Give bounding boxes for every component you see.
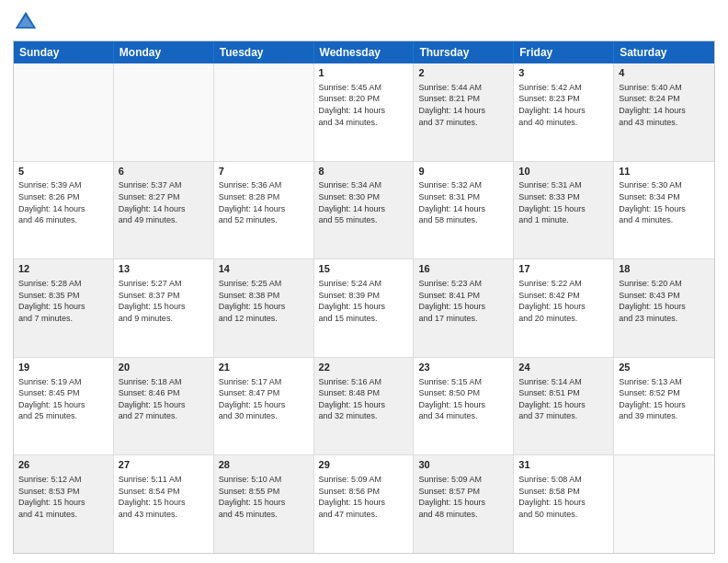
calendar-row-4: 26Sunrise: 5:12 AM Sunset: 8:53 PM Dayli… [14, 455, 714, 553]
cell-info: Sunrise: 5:19 AM Sunset: 8:45 PM Dayligh… [18, 376, 108, 422]
day-number: 15 [319, 262, 409, 276]
cell-info: Sunrise: 5:12 AM Sunset: 8:53 PM Dayligh… [18, 474, 108, 520]
cell-info: Sunrise: 5:23 AM Sunset: 8:41 PM Dayligh… [418, 278, 508, 324]
day-number: 22 [319, 361, 409, 374]
weekday-header-sunday: Sunday [14, 41, 114, 63]
day-number: 20 [119, 361, 209, 374]
calendar-cell: 30Sunrise: 5:09 AM Sunset: 8:57 PM Dayli… [414, 455, 514, 553]
cell-info: Sunrise: 5:22 AM Sunset: 8:42 PM Dayligh… [518, 278, 609, 324]
cell-info: Sunrise: 5:28 AM Sunset: 8:35 PM Dayligh… [18, 278, 108, 324]
day-number: 31 [518, 458, 609, 472]
cell-info: Sunrise: 5:36 AM Sunset: 8:28 PM Dayligh… [219, 179, 309, 225]
day-number: 11 [619, 165, 710, 178]
cell-info: Sunrise: 5:44 AM Sunset: 8:21 PM Dayligh… [418, 82, 508, 128]
calendar-cell: 29Sunrise: 5:09 AM Sunset: 8:56 PM Dayli… [314, 455, 415, 553]
cell-info: Sunrise: 5:32 AM Sunset: 8:31 PM Dayligh… [418, 179, 508, 225]
day-number: 17 [518, 262, 609, 276]
day-number: 30 [418, 458, 508, 472]
weekday-header-tuesday: Tuesday [214, 41, 314, 63]
page: SundayMondayTuesdayWednesdayThursdayFrid… [0, 0, 728, 563]
cell-info: Sunrise: 5:14 AM Sunset: 8:51 PM Dayligh… [518, 376, 609, 422]
cell-info: Sunrise: 5:25 AM Sunset: 8:38 PM Dayligh… [219, 278, 309, 324]
cell-info: Sunrise: 5:27 AM Sunset: 8:37 PM Dayligh… [119, 278, 209, 324]
calendar-cell: 24Sunrise: 5:14 AM Sunset: 8:51 PM Dayli… [514, 358, 614, 455]
calendar-cell: 23Sunrise: 5:15 AM Sunset: 8:50 PM Dayli… [414, 358, 514, 455]
day-number: 3 [518, 66, 609, 80]
day-number: 2 [418, 66, 508, 80]
calendar-row-3: 19Sunrise: 5:19 AM Sunset: 8:45 PM Dayli… [14, 358, 714, 456]
calendar-cell: 2Sunrise: 5:44 AM Sunset: 8:21 PM Daylig… [414, 63, 514, 161]
calendar-cell: 9Sunrise: 5:32 AM Sunset: 8:31 PM Daylig… [414, 162, 514, 259]
cell-info: Sunrise: 5:09 AM Sunset: 8:56 PM Dayligh… [319, 474, 409, 520]
day-number: 25 [619, 361, 710, 374]
logo-icon [13, 9, 39, 35]
day-number: 9 [418, 165, 508, 178]
calendar-cell: 22Sunrise: 5:16 AM Sunset: 8:48 PM Dayli… [314, 358, 415, 455]
day-number: 12 [18, 262, 108, 276]
cell-info: Sunrise: 5:16 AM Sunset: 8:48 PM Dayligh… [319, 376, 409, 422]
weekday-header-friday: Friday [514, 41, 614, 63]
day-number: 23 [418, 361, 508, 374]
day-number: 27 [119, 458, 209, 472]
calendar-cell: 20Sunrise: 5:18 AM Sunset: 8:46 PM Dayli… [114, 358, 214, 455]
calendar-cell: 12Sunrise: 5:28 AM Sunset: 8:35 PM Dayli… [14, 259, 114, 357]
cell-info: Sunrise: 5:40 AM Sunset: 8:24 PM Dayligh… [619, 82, 710, 128]
calendar-cell: 25Sunrise: 5:13 AM Sunset: 8:52 PM Dayli… [614, 358, 714, 455]
cell-info: Sunrise: 5:37 AM Sunset: 8:27 PM Dayligh… [119, 179, 209, 225]
calendar-cell: 8Sunrise: 5:34 AM Sunset: 8:30 PM Daylig… [314, 162, 415, 259]
calendar-cell: 3Sunrise: 5:42 AM Sunset: 8:23 PM Daylig… [514, 63, 614, 161]
cell-info: Sunrise: 5:08 AM Sunset: 8:58 PM Dayligh… [518, 474, 609, 520]
weekday-header-saturday: Saturday [614, 41, 714, 63]
calendar-cell: 5Sunrise: 5:39 AM Sunset: 8:26 PM Daylig… [14, 162, 114, 259]
weekday-header-thursday: Thursday [414, 41, 514, 63]
cell-info: Sunrise: 5:45 AM Sunset: 8:20 PM Dayligh… [319, 82, 409, 128]
calendar-cell [214, 63, 314, 161]
calendar-cell: 19Sunrise: 5:19 AM Sunset: 8:45 PM Dayli… [14, 358, 114, 455]
day-number: 6 [119, 165, 209, 178]
cell-info: Sunrise: 5:13 AM Sunset: 8:52 PM Dayligh… [619, 376, 710, 422]
day-number: 18 [619, 262, 710, 276]
calendar-cell: 10Sunrise: 5:31 AM Sunset: 8:33 PM Dayli… [514, 162, 614, 259]
calendar-cell: 18Sunrise: 5:20 AM Sunset: 8:43 PM Dayli… [614, 259, 714, 357]
cell-info: Sunrise: 5:30 AM Sunset: 8:34 PM Dayligh… [619, 179, 710, 225]
calendar-cell: 4Sunrise: 5:40 AM Sunset: 8:24 PM Daylig… [614, 63, 714, 161]
weekday-header-monday: Monday [114, 41, 214, 63]
calendar: SundayMondayTuesdayWednesdayThursdayFrid… [13, 40, 715, 554]
logo [13, 9, 42, 35]
weekday-header-wednesday: Wednesday [314, 41, 415, 63]
cell-info: Sunrise: 5:42 AM Sunset: 8:23 PM Dayligh… [518, 82, 609, 128]
calendar-cell: 26Sunrise: 5:12 AM Sunset: 8:53 PM Dayli… [14, 455, 114, 553]
calendar-row-1: 5Sunrise: 5:39 AM Sunset: 8:26 PM Daylig… [14, 162, 714, 260]
day-number: 28 [219, 458, 309, 472]
cell-info: Sunrise: 5:39 AM Sunset: 8:26 PM Dayligh… [18, 179, 108, 225]
header [13, 9, 715, 35]
day-number: 5 [18, 165, 108, 178]
day-number: 10 [518, 165, 609, 178]
calendar-cell: 13Sunrise: 5:27 AM Sunset: 8:37 PM Dayli… [114, 259, 214, 357]
cell-info: Sunrise: 5:24 AM Sunset: 8:39 PM Dayligh… [319, 278, 409, 324]
cell-info: Sunrise: 5:18 AM Sunset: 8:46 PM Dayligh… [119, 376, 209, 422]
calendar-cell: 27Sunrise: 5:11 AM Sunset: 8:54 PM Dayli… [114, 455, 214, 553]
calendar-row-0: 1Sunrise: 5:45 AM Sunset: 8:20 PM Daylig… [14, 63, 714, 162]
day-number: 1 [319, 66, 409, 80]
calendar-cell: 7Sunrise: 5:36 AM Sunset: 8:28 PM Daylig… [214, 162, 314, 259]
cell-info: Sunrise: 5:10 AM Sunset: 8:55 PM Dayligh… [219, 474, 309, 520]
calendar-cell: 17Sunrise: 5:22 AM Sunset: 8:42 PM Dayli… [514, 259, 614, 357]
day-number: 16 [418, 262, 508, 276]
day-number: 24 [518, 361, 609, 374]
cell-info: Sunrise: 5:11 AM Sunset: 8:54 PM Dayligh… [119, 474, 209, 520]
calendar-cell: 28Sunrise: 5:10 AM Sunset: 8:55 PM Dayli… [214, 455, 314, 553]
day-number: 4 [619, 66, 710, 80]
day-number: 29 [319, 458, 409, 472]
calendar-cell: 11Sunrise: 5:30 AM Sunset: 8:34 PM Dayli… [614, 162, 714, 259]
day-number: 8 [319, 165, 409, 178]
cell-info: Sunrise: 5:15 AM Sunset: 8:50 PM Dayligh… [418, 376, 508, 422]
cell-info: Sunrise: 5:34 AM Sunset: 8:30 PM Dayligh… [319, 179, 409, 225]
cell-info: Sunrise: 5:31 AM Sunset: 8:33 PM Dayligh… [518, 179, 609, 225]
calendar-cell: 14Sunrise: 5:25 AM Sunset: 8:38 PM Dayli… [214, 259, 314, 357]
calendar-cell [614, 455, 714, 553]
calendar-body: 1Sunrise: 5:45 AM Sunset: 8:20 PM Daylig… [14, 63, 714, 553]
cell-info: Sunrise: 5:20 AM Sunset: 8:43 PM Dayligh… [619, 278, 710, 324]
calendar-cell: 6Sunrise: 5:37 AM Sunset: 8:27 PM Daylig… [114, 162, 214, 259]
cell-info: Sunrise: 5:09 AM Sunset: 8:57 PM Dayligh… [418, 474, 508, 520]
